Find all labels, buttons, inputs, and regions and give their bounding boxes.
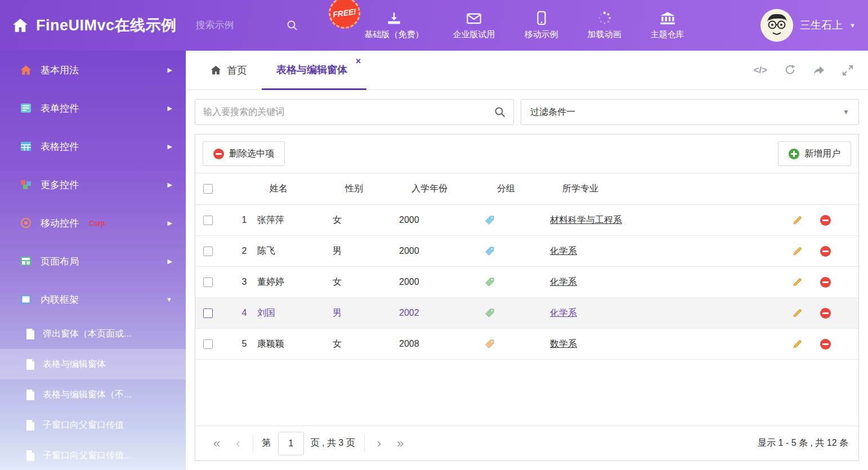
- sidebar: 基本用法 ▶ 表单控件 ▶ 表格控件 ▶ 更多控件 ▶ 移动控件 Cor: [0, 51, 186, 470]
- divider: [253, 435, 253, 452]
- select-all-checkbox[interactable]: [203, 184, 213, 194]
- layout-icon: [20, 256, 32, 266]
- table-empty-space: [195, 360, 858, 426]
- envelope-icon: [466, 12, 482, 25]
- edit-pencil-icon[interactable]: [792, 214, 820, 226]
- delete-row-icon[interactable]: [820, 246, 851, 257]
- app: FineUIMvc在线示例 FREE! 基础版（免费） 企业版试用: [0, 0, 868, 470]
- sidebar-subitem-popup-window[interactable]: 弹出窗体（本页面或...: [0, 319, 186, 349]
- mobile-controls-icon: [20, 218, 32, 228]
- keyword-search-input[interactable]: [195, 99, 514, 125]
- row-checkbox[interactable]: [203, 339, 213, 349]
- user-menu[interactable]: 三生石上 ▼: [760, 9, 856, 42]
- divider: [364, 435, 365, 452]
- brand[interactable]: FineUIMvc在线示例: [12, 15, 177, 35]
- sidebar-subitem-label: 子窗口向父窗口传值...: [43, 450, 131, 462]
- fullscreen-icon[interactable]: [842, 65, 853, 76]
- sidebar-item-form-controls[interactable]: 表单控件 ▶: [0, 89, 186, 127]
- cell-year: 2000: [399, 215, 485, 225]
- sidebar-subitem-child-to-parent[interactable]: 子窗口向父窗口传值: [0, 410, 186, 440]
- header-search: [196, 19, 311, 32]
- major-link[interactable]: 化学系: [550, 277, 577, 287]
- row-index: 2: [231, 246, 257, 256]
- tab-label: 表格与编辑窗体: [276, 63, 347, 77]
- delete-row-icon[interactable]: [820, 308, 851, 319]
- mobile-icon: [536, 11, 547, 25]
- filter-select[interactable]: 过滤条件一 ▼: [521, 99, 859, 125]
- row-checkbox[interactable]: [203, 216, 213, 225]
- delete-selected-button[interactable]: 删除选中项: [203, 141, 285, 166]
- sidebar-item-label: 表格控件: [41, 140, 79, 153]
- tag-icon: [485, 215, 550, 225]
- free-badge[interactable]: FREE!: [326, 0, 362, 31]
- table-icon: [20, 141, 32, 151]
- avatar[interactable]: [760, 9, 793, 42]
- row-checkbox[interactable]: [203, 308, 213, 318]
- refresh-icon[interactable]: [784, 64, 796, 76]
- last-page-button[interactable]: »: [389, 436, 411, 451]
- cell-year: 2002: [399, 308, 485, 318]
- sidebar-item-page-layout[interactable]: 页面布局 ▶: [0, 242, 186, 280]
- major-link[interactable]: 化学系: [550, 308, 577, 317]
- nav-loading-animation[interactable]: 加载动画: [588, 11, 621, 40]
- sidebar-item-iframe[interactable]: 内联框架 ▼: [0, 280, 186, 319]
- nav-enterprise-trial[interactable]: 企业版试用: [453, 12, 495, 40]
- header-search-input[interactable]: [196, 20, 286, 31]
- major-link[interactable]: 化学系: [550, 246, 577, 256]
- tag-icon: [485, 246, 550, 256]
- search-icon[interactable]: [494, 106, 506, 118]
- nav-mobile-demo[interactable]: 移动示例: [525, 11, 558, 40]
- nav-theme-repo[interactable]: 主题仓库: [651, 12, 684, 40]
- major-link[interactable]: 数学系: [550, 339, 577, 348]
- corp-badge: Corp.: [89, 219, 107, 227]
- app-header: FineUIMvc在线示例 FREE! 基础版（免费） 企业版试用: [0, 0, 868, 51]
- sidebar-item-label: 表单控件: [41, 102, 79, 115]
- spinner-icon: [597, 11, 612, 25]
- row-index: 4: [231, 308, 257, 318]
- tab-grid-edit-window[interactable]: 表格与编辑窗体 ×: [262, 51, 366, 90]
- sidebar-item-more-controls[interactable]: 更多控件 ▶: [0, 165, 186, 204]
- row-index: 3: [231, 277, 257, 287]
- page-number-input[interactable]: [278, 432, 304, 455]
- sidebar-subitem-grid-edit-window[interactable]: 表格与编辑窗体: [0, 349, 186, 379]
- next-page-button[interactable]: ›: [369, 436, 389, 451]
- prev-page-button[interactable]: ‹: [228, 436, 248, 451]
- app-title: FineUIMvc在线示例: [36, 15, 177, 35]
- row-checkbox[interactable]: [203, 247, 213, 256]
- tag-icon: [485, 308, 550, 318]
- code-view-icon[interactable]: </>: [753, 65, 767, 76]
- tab-bar: 首页 表格与编辑窗体 × </>: [186, 51, 868, 90]
- table-row: 2 陈飞 男 2000 化学系: [195, 236, 858, 267]
- file-icon: [26, 450, 35, 461]
- edit-pencil-icon[interactable]: [792, 338, 820, 350]
- table-row: 3 董婷婷 女 2000 化学系: [195, 267, 858, 298]
- add-user-button[interactable]: 新增用户: [778, 141, 851, 166]
- sidebar-item-grid-controls[interactable]: 表格控件 ▶: [0, 127, 186, 165]
- close-icon[interactable]: ×: [356, 56, 361, 66]
- cell-name: 康颖颖: [257, 338, 333, 350]
- delete-row-icon[interactable]: [820, 215, 851, 226]
- search-icon[interactable]: [286, 19, 298, 32]
- delete-row-icon[interactable]: [820, 277, 851, 288]
- first-page-button[interactable]: «: [205, 436, 228, 451]
- nav-basic-free[interactable]: FREE! 基础版（免费）: [365, 12, 424, 40]
- sidebar-subitem-label: 表格与编辑窗体（不...: [43, 389, 131, 401]
- edit-pencil-icon[interactable]: [792, 245, 820, 257]
- nav-label: 加载动画: [588, 29, 621, 40]
- header-year: 入学年份: [399, 183, 485, 195]
- delete-row-icon[interactable]: [820, 339, 851, 350]
- share-forward-icon[interactable]: [813, 65, 825, 76]
- tab-home[interactable]: 首页: [196, 51, 262, 89]
- tab-actions: </>: [739, 51, 868, 89]
- tag-icon: [485, 277, 550, 287]
- row-checkbox[interactable]: [203, 277, 213, 287]
- sidebar-item-basic-usage[interactable]: 基本用法 ▶: [0, 51, 186, 89]
- edit-pencil-icon[interactable]: [792, 307, 820, 319]
- sidebar-subitem-grid-edit-window-2[interactable]: 表格与编辑窗体（不...: [0, 379, 186, 410]
- chevron-right-icon: ▶: [168, 220, 172, 227]
- major-link[interactable]: 材料科学与工程系: [550, 215, 622, 225]
- sidebar-subitem-child-to-parent-2[interactable]: 子窗口向父窗口传值...: [0, 440, 186, 470]
- sidebar-item-mobile-controls[interactable]: 移动控件 Corp. ▶: [0, 204, 186, 242]
- edit-pencil-icon[interactable]: [792, 276, 820, 288]
- header-nav: FREE! 基础版（免费） 企业版试用 移动示例: [365, 11, 684, 40]
